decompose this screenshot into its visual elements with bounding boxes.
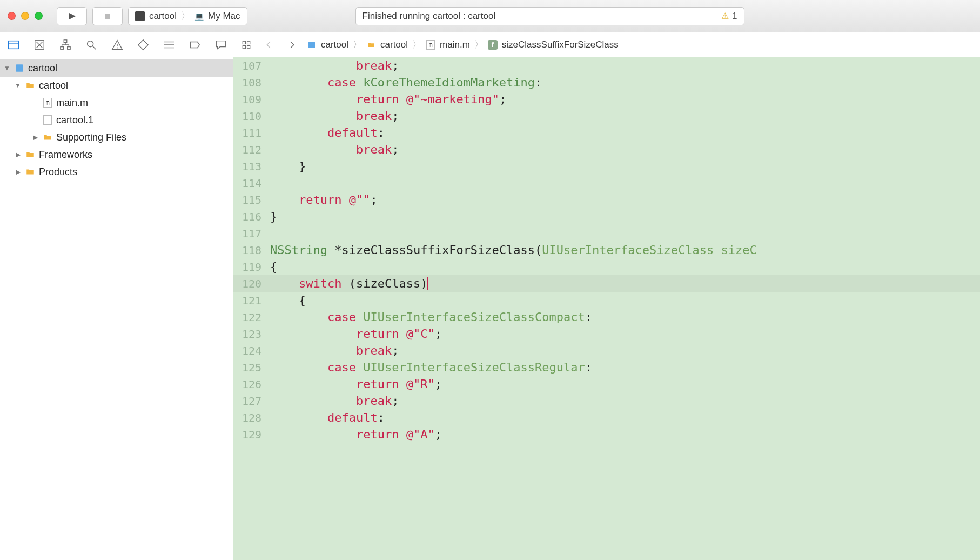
report-navigator-tab[interactable]	[215, 38, 227, 51]
line-number[interactable]: 122	[233, 311, 267, 324]
code-line[interactable]: 127 break;	[233, 392, 980, 409]
code-line[interactable]: 114	[233, 175, 980, 191]
line-number[interactable]: 119	[233, 261, 267, 274]
breadcrumb-item[interactable]: cartool	[380, 39, 408, 50]
disclosure-closed-icon[interactable]: ▶	[14, 168, 22, 176]
test-navigator-tab[interactable]	[137, 38, 149, 51]
code-line[interactable]: 108 case kCoreThemeIdiomMarketing:	[233, 74, 980, 91]
scheme-selector[interactable]: cartool 〉 💻 My Mac	[128, 7, 247, 25]
code-text: {	[267, 294, 306, 307]
svg-rect-8	[68, 46, 71, 49]
line-number[interactable]: 113	[233, 160, 267, 173]
run-button[interactable]	[57, 7, 87, 25]
line-number[interactable]: 129	[233, 428, 267, 441]
code-line[interactable]: 126 return @"R";	[233, 376, 980, 392]
editor-area: cartool 〉 cartool 〉 m main.m 〉 f sizeCla…	[233, 32, 980, 560]
activity-viewer[interactable]: Finished running cartool : cartool ⚠ 1	[355, 7, 744, 25]
tree-row[interactable]: ▼cartool	[0, 77, 233, 94]
close-window-button[interactable]	[8, 12, 16, 20]
symbol-navigator-tab[interactable]	[59, 38, 71, 51]
line-number[interactable]: 123	[233, 328, 267, 341]
line-number[interactable]: 128	[233, 411, 267, 424]
code-text: return @"~marketing";	[267, 92, 506, 106]
tree-row[interactable]: ▶Products	[0, 163, 233, 181]
debug-navigator-tab[interactable]	[163, 38, 175, 51]
line-number[interactable]: 124	[233, 344, 267, 357]
tree-row[interactable]: cartool.1	[0, 111, 233, 129]
code-line[interactable]: 113 }	[233, 158, 980, 175]
line-number[interactable]: 111	[233, 126, 267, 139]
code-line[interactable]: 118NSString *sizeClassSuffixForSizeClass…	[233, 242, 980, 258]
find-navigator-tab[interactable]	[85, 38, 97, 51]
breakpoint-navigator-tab[interactable]	[189, 38, 201, 51]
line-number[interactable]: 127	[233, 395, 267, 408]
source-editor[interactable]: 107 break;108 case kCoreThemeIdiomMarket…	[233, 57, 980, 560]
line-number[interactable]: 112	[233, 143, 267, 156]
source-control-navigator-tab[interactable]	[33, 38, 45, 51]
tree-label: Frameworks	[39, 149, 92, 161]
code-line[interactable]: 116}	[233, 208, 980, 225]
svg-rect-1	[9, 41, 18, 49]
line-number[interactable]: 125	[233, 361, 267, 374]
line-number[interactable]: 117	[233, 227, 267, 240]
disclosure-closed-icon[interactable]: ▶	[14, 151, 22, 158]
scheme-destination-label: My Mac	[208, 11, 240, 22]
tree-project-root[interactable]: ▼ cartool	[0, 59, 233, 77]
code-line[interactable]: 115 return @"";	[233, 191, 980, 208]
line-number[interactable]: 121	[233, 294, 267, 307]
file-m-icon: m	[426, 40, 435, 50]
code-line[interactable]: 111 default:	[233, 124, 980, 141]
code-line[interactable]: 119{	[233, 258, 980, 275]
issue-navigator-tab[interactable]	[111, 38, 123, 51]
warning-indicator[interactable]: ⚠ 1	[721, 11, 737, 22]
code-line[interactable]: 121 {	[233, 292, 980, 309]
terminal-icon	[135, 11, 145, 21]
disclosure-open-icon[interactable]: ▼	[14, 82, 22, 89]
file-icon	[42, 115, 53, 125]
stop-button[interactable]	[92, 7, 123, 25]
line-number[interactable]: 110	[233, 110, 267, 123]
code-text: return @"R";	[267, 377, 442, 391]
code-line[interactable]: 112 break;	[233, 141, 980, 158]
code-line[interactable]: 125 case UIUserInterfaceSizeClassRegular…	[233, 359, 980, 376]
breadcrumb-item[interactable]: sizeClassSuffixForSizeClass	[502, 39, 619, 50]
code-line[interactable]: 120 switch (sizeClass)	[233, 275, 980, 292]
code-line[interactable]: 128 default:	[233, 409, 980, 426]
code-line[interactable]: 124 break;	[233, 342, 980, 359]
search-icon	[85, 39, 97, 51]
line-number[interactable]: 114	[233, 177, 267, 190]
breadcrumb-item[interactable]: cartool	[321, 39, 348, 50]
code-line[interactable]: 122 case UIUserInterfaceSizeClassCompact…	[233, 309, 980, 325]
code-text: break;	[267, 143, 399, 156]
line-number[interactable]: 107	[233, 59, 267, 72]
breadcrumb: cartool 〉 cartool 〉 m main.m 〉 f sizeCla…	[307, 38, 619, 51]
code-line[interactable]: 109 return @"~marketing";	[233, 91, 980, 108]
line-number[interactable]: 120	[233, 277, 267, 290]
line-number[interactable]: 115	[233, 194, 267, 206]
disclosure-closed-icon[interactable]: ▶	[31, 134, 39, 141]
breadcrumb-item[interactable]: main.m	[440, 39, 470, 50]
minimize-window-button[interactable]	[21, 12, 29, 20]
tree-row[interactable]: mmain.m	[0, 94, 233, 111]
line-number[interactable]: 109	[233, 93, 267, 106]
nav-forward-button[interactable]	[284, 37, 299, 52]
project-navigator-tab[interactable]	[8, 38, 19, 51]
code-line[interactable]: 129 return @"A";	[233, 426, 980, 443]
nav-back-button[interactable]	[261, 37, 277, 52]
line-number[interactable]: 118	[233, 244, 267, 257]
tree-row[interactable]: ▶Supporting Files	[0, 129, 233, 146]
tree-row[interactable]: ▶Frameworks	[0, 146, 233, 163]
line-number[interactable]: 116	[233, 210, 267, 223]
line-number[interactable]: 108	[233, 76, 267, 89]
code-line[interactable]: 107 break;	[233, 57, 980, 74]
disclosure-open-icon[interactable]: ▼	[3, 64, 11, 72]
stop-icon	[103, 12, 112, 21]
code-line[interactable]: 117	[233, 225, 980, 242]
maximize-window-button[interactable]	[35, 12, 43, 20]
related-items-button[interactable]	[239, 37, 254, 52]
x-box-icon	[33, 39, 45, 51]
code-line[interactable]: 110 break;	[233, 108, 980, 124]
line-number[interactable]: 126	[233, 378, 267, 391]
code-line[interactable]: 123 return @"C";	[233, 325, 980, 342]
code-text: default:	[267, 126, 385, 139]
